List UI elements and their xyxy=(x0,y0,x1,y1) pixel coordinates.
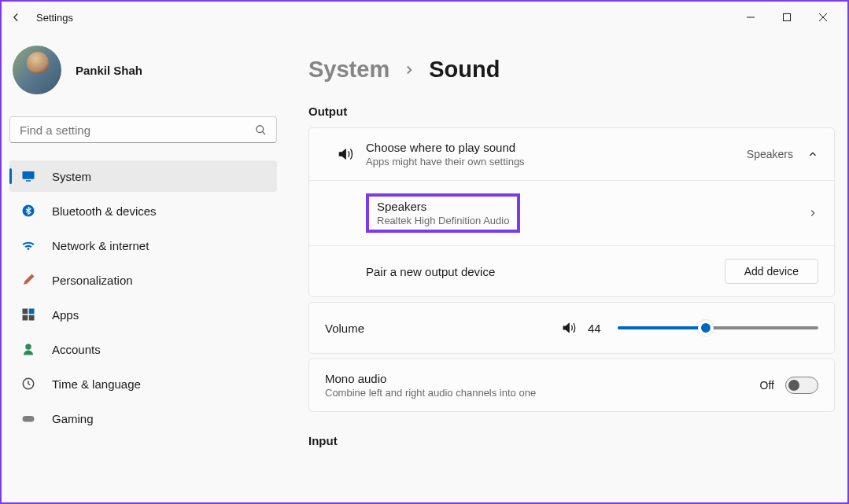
layout: Pankil Shah System Bluetooth & devices N… xyxy=(2,33,847,504)
volume-label: Volume xyxy=(325,322,561,335)
breadcrumb: System Sound xyxy=(308,57,835,83)
avatar xyxy=(13,46,61,94)
chevron-up-icon xyxy=(807,149,818,160)
titlebar-left: Settings xyxy=(8,9,733,25)
sidebar-item-network[interactable]: Network & internet xyxy=(9,230,277,261)
slider-fill xyxy=(618,326,706,329)
svg-point-13 xyxy=(25,344,31,350)
sidebar-item-accounts[interactable]: Accounts xyxy=(9,333,277,365)
choose-right: Speakers xyxy=(747,148,818,160)
mono-sub: Combine left and right audio channels in… xyxy=(325,387,760,399)
chevron-right-icon xyxy=(402,63,416,77)
svg-rect-9 xyxy=(23,309,28,315)
nav-label: Gaming xyxy=(52,412,94,425)
gamepad-icon xyxy=(20,410,36,426)
pair-right: Add device xyxy=(725,259,818,284)
choose-output-body: Choose where to play sound Apps might ha… xyxy=(366,141,747,167)
minimize-button[interactable] xyxy=(733,5,769,30)
volume-slider[interactable] xyxy=(618,326,818,329)
volume-card: Volume 44 xyxy=(308,302,835,354)
svg-rect-15 xyxy=(23,416,35,422)
nav-label: Accounts xyxy=(52,343,101,356)
svg-point-4 xyxy=(257,125,264,132)
apps-icon xyxy=(20,307,36,322)
wifi-icon xyxy=(20,237,36,253)
system-icon xyxy=(20,168,36,184)
mono-body: Mono audio Combine left and right audio … xyxy=(325,372,760,399)
back-button[interactable] xyxy=(8,9,24,25)
search-icon xyxy=(255,124,267,136)
sidebar: Pankil Shah System Bluetooth & devices N… xyxy=(2,33,285,504)
maximize-button[interactable] xyxy=(769,5,805,30)
sidebar-item-gaming[interactable]: Gaming xyxy=(9,403,277,434)
mono-toggle[interactable] xyxy=(785,377,818,394)
output-card-group: Choose where to play sound Apps might ha… xyxy=(308,127,835,297)
output-heading: Output xyxy=(308,105,835,118)
svg-rect-10 xyxy=(29,309,35,315)
device-row-speakers[interactable]: Speakers Realtek High Definition Audio xyxy=(309,181,834,246)
nav-label: System xyxy=(52,170,91,183)
person-icon xyxy=(20,341,36,357)
sidebar-item-apps[interactable]: Apps xyxy=(9,299,277,330)
nav-label: Apps xyxy=(52,308,79,322)
app-title: Settings xyxy=(36,12,73,24)
input-heading: Input xyxy=(308,434,835,447)
pair-label: Pair a new output device xyxy=(366,265,725,278)
svg-rect-11 xyxy=(23,315,28,321)
svg-rect-1 xyxy=(784,14,791,21)
add-device-button[interactable]: Add device xyxy=(725,259,818,284)
toggle-knob xyxy=(788,380,799,391)
slider-thumb[interactable] xyxy=(698,320,714,336)
sidebar-item-personalization[interactable]: Personalization xyxy=(9,264,277,296)
titlebar: Settings xyxy=(2,2,847,33)
pair-device-row: Pair a new output device Add device xyxy=(309,246,834,296)
chevron-right-icon xyxy=(807,208,818,219)
mono-title: Mono audio xyxy=(325,372,760,385)
window-controls xyxy=(733,5,841,30)
svg-rect-6 xyxy=(23,171,35,179)
mono-audio-card: Mono audio Combine left and right audio … xyxy=(308,359,835,412)
mono-toggle-wrap: Off xyxy=(760,377,818,394)
nav-label: Time & language xyxy=(52,377,141,391)
volume-icon[interactable] xyxy=(561,320,577,336)
nav-list: System Bluetooth & devices Network & int… xyxy=(9,160,277,434)
nav-label: Personalization xyxy=(52,274,133,287)
choose-output-row[interactable]: Choose where to play sound Apps might ha… xyxy=(309,128,834,181)
mono-state: Off xyxy=(760,379,774,392)
bluetooth-icon xyxy=(20,203,36,219)
svg-rect-12 xyxy=(29,315,35,321)
choose-sub: Apps might have their own settings xyxy=(366,156,747,167)
profile-name: Pankil Shah xyxy=(76,64,142,77)
sidebar-item-bluetooth[interactable]: Bluetooth & devices xyxy=(9,195,277,226)
clock-icon xyxy=(20,376,36,392)
device-sub: Realtek High Definition Audio xyxy=(377,215,509,226)
selected-device-value: Speakers xyxy=(747,148,793,160)
device-body: Speakers Realtek High Definition Audio xyxy=(366,193,807,233)
volume-value: 44 xyxy=(588,322,607,335)
breadcrumb-parent[interactable]: System xyxy=(308,57,389,83)
choose-title: Choose where to play sound xyxy=(366,141,747,154)
svg-rect-7 xyxy=(26,180,31,182)
sidebar-item-system[interactable]: System xyxy=(9,160,277,192)
main-content: System Sound Output Choose where to play… xyxy=(285,33,847,504)
nav-label: Network & internet xyxy=(52,239,149,252)
svg-line-5 xyxy=(262,131,265,134)
sidebar-item-time[interactable]: Time & language xyxy=(9,368,277,399)
search-box[interactable] xyxy=(9,116,277,143)
breadcrumb-current: Sound xyxy=(429,57,500,83)
search-input[interactable] xyxy=(20,123,255,137)
device-name: Speakers xyxy=(377,200,509,213)
profile[interactable]: Pankil Shah xyxy=(9,42,277,110)
brush-icon xyxy=(20,272,36,288)
nav-label: Bluetooth & devices xyxy=(52,204,157,218)
close-button[interactable] xyxy=(805,5,841,30)
speaker-icon xyxy=(325,145,366,163)
pair-body: Pair a new output device xyxy=(366,265,725,278)
highlight-box: Speakers Realtek High Definition Audio xyxy=(366,193,520,233)
volume-controls: 44 xyxy=(561,320,818,336)
device-right xyxy=(807,208,818,219)
